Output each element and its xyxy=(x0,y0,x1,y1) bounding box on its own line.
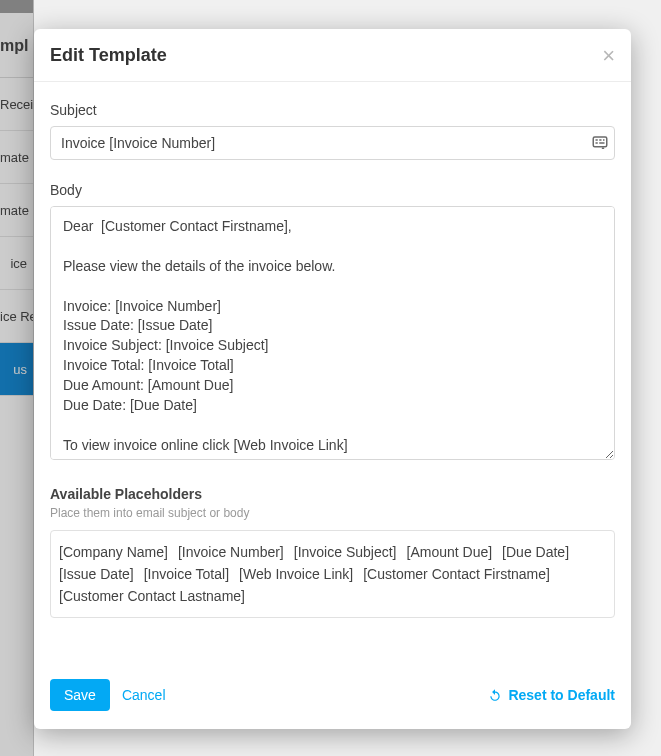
body-group: Body xyxy=(50,182,615,464)
reset-to-default-button[interactable]: Reset to Default xyxy=(488,687,615,703)
placeholder-chip[interactable]: [Issue Date] xyxy=(59,563,144,585)
background-sidebar: mpl Receiv mate mate ice ice Re us xyxy=(0,0,34,756)
modal-header: Edit Template × xyxy=(34,29,631,82)
sidebar-item-active: us xyxy=(0,343,33,396)
placeholder-chip[interactable]: [Invoice Subject] xyxy=(294,541,407,563)
modal-footer: Save Cancel Reset to Default xyxy=(34,665,631,729)
svg-rect-2 xyxy=(599,139,601,141)
sidebar-item: ice xyxy=(0,237,33,290)
edit-template-modal: Edit Template × Subject Body Available P… xyxy=(34,29,631,729)
modal-title: Edit Template xyxy=(50,45,167,66)
save-button[interactable]: Save xyxy=(50,679,110,711)
body-textarea[interactable] xyxy=(50,206,615,460)
close-button[interactable]: × xyxy=(602,47,615,65)
placeholder-chip[interactable]: [Company Name] xyxy=(59,541,178,563)
sidebar-item: Receiv xyxy=(0,78,33,131)
placeholder-chip[interactable]: [Customer Contact Firstname] xyxy=(363,563,560,585)
placeholder-chip[interactable]: [Invoice Number] xyxy=(178,541,294,563)
sidebar-item: mate xyxy=(0,131,33,184)
placeholders-box: [Company Name] [Invoice Number] [Invoice… xyxy=(50,530,615,618)
placeholders-hint: Place them into email subject or body xyxy=(50,506,615,520)
placeholder-chip[interactable]: [Amount Due] xyxy=(407,541,503,563)
cancel-button[interactable]: Cancel xyxy=(122,687,166,703)
svg-rect-5 xyxy=(599,142,604,144)
body-label: Body xyxy=(50,182,615,198)
placeholder-chip[interactable]: [Web Invoice Link] xyxy=(239,563,363,585)
svg-rect-1 xyxy=(596,139,598,141)
placeholders-group: Available Placeholders Place them into e… xyxy=(50,486,615,618)
subject-label: Subject xyxy=(50,102,615,118)
reset-icon xyxy=(488,688,502,702)
sidebar-heading: mpl xyxy=(0,13,33,78)
placeholders-title: Available Placeholders xyxy=(50,486,615,502)
modal-body: Subject Body Available Placeholders Plac… xyxy=(34,82,631,665)
svg-rect-0 xyxy=(593,137,607,147)
placeholder-chip[interactable]: [Due Date] xyxy=(502,541,579,563)
subject-group: Subject xyxy=(50,102,615,160)
subject-input[interactable] xyxy=(50,126,615,160)
reset-label: Reset to Default xyxy=(508,687,615,703)
sidebar-item: mate xyxy=(0,184,33,237)
placeholder-chip[interactable]: [Invoice Total] xyxy=(144,563,239,585)
svg-rect-4 xyxy=(596,142,598,144)
svg-rect-3 xyxy=(603,139,605,141)
placeholder-chip[interactable]: [Customer Contact Lastname] xyxy=(59,585,255,607)
sidebar-item: ice Re xyxy=(0,290,33,343)
insert-placeholder-icon[interactable] xyxy=(591,134,609,152)
